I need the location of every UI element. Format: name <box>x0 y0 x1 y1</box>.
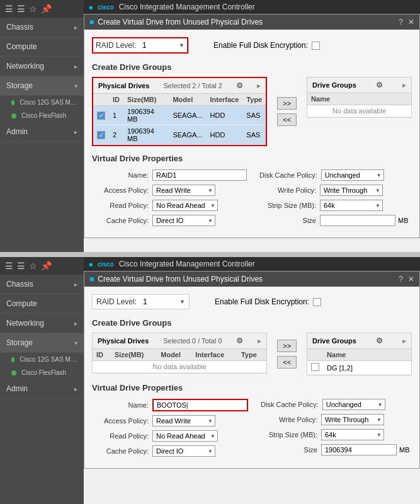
sidebar-item-storage[interactable]: Storage ▾ <box>0 76 84 96</box>
drive-groups-gear-icon-2[interactable]: ⚙ <box>376 336 383 345</box>
raid-arrow-icon: ▼ <box>179 42 184 49</box>
table-row[interactable]: ✓ 1 1906394 MB SEAGA... HDD SAS <box>93 106 266 125</box>
cisco-logo-2: cisco <box>98 261 114 268</box>
vd-access-select[interactable]: Read Write Read Only <box>152 185 215 196</box>
vd-write-select-2[interactable]: Write Through Write Back <box>321 414 384 425</box>
vd-name-label-2: Name: <box>92 401 149 409</box>
vd-strip-select[interactable]: 64k 128k 256k <box>320 200 383 211</box>
pin-icon[interactable]: 📌 <box>41 4 52 14</box>
sidebar-item-networking-2[interactable]: Networking ▸ <box>0 314 84 333</box>
sidebar-item-chassis-2[interactable]: Chassis ▸ <box>0 275 84 294</box>
dg-checkbox-1[interactable] <box>311 363 319 371</box>
table-header-row-2: ID Size(MB) Model Interface Type <box>93 349 266 361</box>
sidebar-item-admin-2[interactable]: Admin ▸ <box>0 379 84 399</box>
vd-diskcache-row-2: Disk Cache Policy: Unchanged Enabled Dis… <box>261 399 412 410</box>
list-icon[interactable]: ☰ <box>17 4 25 14</box>
vd-cache-row: Cache Policy: Direct IO Cached IO <box>92 215 247 226</box>
close-button[interactable]: ✕ <box>408 18 414 26</box>
sidebar-subitem-flexflash-2[interactable]: Cisco FlexFlash <box>0 366 84 379</box>
pin-icon[interactable]: 📌 <box>41 261 52 271</box>
vd-write-select[interactable]: Write Through Write Back <box>320 185 383 196</box>
vd-cache-select[interactable]: Direct IO Cached IO <box>152 215 215 226</box>
vd-diskcache-label-2: Disk Cache Policy: <box>261 401 319 408</box>
vd-strip-select-2[interactable]: 64k 128k 256k <box>321 429 384 440</box>
table-row[interactable]: ✓ 2 1906394 MB SEAGA... HDD SAS <box>93 125 266 145</box>
vd-name-input-2[interactable] <box>152 399 248 411</box>
vd-size-input-2[interactable] <box>321 444 397 455</box>
topbar-1: ■ cisco Cisco Integrated Management Cont… <box>84 0 420 14</box>
help-button-2[interactable]: ? <box>399 275 403 284</box>
drive-groups-header: Drive Groups ⚙ ▸ <box>307 77 411 93</box>
vd-diskcache-wrap: Unchanged Enabled Disabled <box>321 169 384 181</box>
vd-access-select-2[interactable]: Read Write Read Only <box>152 415 215 427</box>
physical-drives-gear-icon-2[interactable]: ⚙ <box>236 336 243 345</box>
table-row: No data available <box>93 361 266 373</box>
move-right-button-2[interactable]: >> <box>277 340 297 352</box>
physical-drives-table-2: ID Size(MB) Model Interface Type <box>93 349 266 373</box>
drive-id: 1 <box>109 106 123 125</box>
move-left-button-2[interactable]: << <box>277 356 297 369</box>
menu-icon[interactable]: ☰ <box>5 261 13 271</box>
drive-id: 2 <box>109 125 123 145</box>
dg-name: DG [1,2] <box>323 361 411 375</box>
drive-checkbox-1[interactable]: ✓ <box>97 112 105 120</box>
vd-read-label: Read Policy: <box>92 202 149 209</box>
table-row[interactable]: DG [1,2] <box>307 361 411 375</box>
star-icon[interactable]: ☆ <box>29 261 37 271</box>
vd-size-label-2: Size <box>261 446 317 454</box>
move-right-button[interactable]: >> <box>277 97 297 110</box>
vd-form-2: Name: Access Policy: Read Write Read Onl… <box>92 399 412 461</box>
status-dot <box>11 100 14 105</box>
drive-checkbox-2[interactable]: ✓ <box>97 131 105 139</box>
star-icon[interactable]: ☆ <box>29 4 37 14</box>
vd-name-input[interactable] <box>152 169 247 181</box>
cisco-logo: cisco <box>98 4 114 11</box>
sidebar-item-compute[interactable]: Compute <box>0 37 84 57</box>
vd-diskcache-select[interactable]: Unchanged Enabled Disabled <box>321 169 384 181</box>
vd-size-input[interactable] <box>320 215 395 226</box>
th-dg-name-2: Name <box>323 349 411 361</box>
move-left-button[interactable]: << <box>277 113 297 126</box>
encrypt-checkbox-2[interactable] <box>313 298 321 306</box>
th-dg-name: Name <box>307 93 411 105</box>
close-button-2[interactable]: ✕ <box>408 275 414 284</box>
main-content-2: ■ cisco Cisco Integrated Management Cont… <box>84 257 420 504</box>
th-cb <box>93 94 109 106</box>
vd-left-col: Name: Access Policy: Read Write Read Onl… <box>92 169 247 230</box>
menu-icon[interactable]: ☰ <box>5 4 13 14</box>
sidebar-item-compute-2[interactable]: Compute <box>0 294 84 314</box>
raid-row-1: RAID Level: 1 0 5 6 ▼ Enable Full Disk E… <box>92 37 412 54</box>
list-icon[interactable]: ☰ <box>17 261 25 271</box>
encrypt-checkbox[interactable] <box>312 42 320 50</box>
sidebar-header-1: ☰ ☰ ☆ 📌 <box>0 0 84 18</box>
sidebar-item-chassis[interactable]: Chassis ▸ <box>0 18 84 37</box>
chevron-icon: ▾ <box>74 83 77 89</box>
vd-right-col: Disk Cache Policy: Unchanged Enabled Dis… <box>259 169 412 230</box>
vd-read-wrap: No Read Ahead Read Ahead <box>152 200 218 211</box>
raid-select-2[interactable]: 1 0 5 <box>140 296 178 307</box>
vd-cache-select-2[interactable]: Direct IO Cached IO <box>152 445 215 457</box>
help-button[interactable]: ? <box>399 18 403 26</box>
physical-drives-gear-icon[interactable]: ⚙ <box>236 81 243 90</box>
drive-type: SAS <box>242 106 266 125</box>
sidebar-subitem-sas[interactable]: Cisco 12G SAS Modular Raid... <box>0 96 84 109</box>
th-type-2: Type <box>237 349 266 361</box>
vd-diskcache-select-2[interactable]: Unchanged Enabled Disabled <box>322 399 385 410</box>
sidebar-item-networking[interactable]: Networking ▸ <box>0 57 84 76</box>
main-content-1: ■ cisco Cisco Integrated Management Cont… <box>84 0 420 252</box>
sidebar-subitem-sas-2[interactable]: Cisco 12G SAS Modular Raid... <box>0 353 84 366</box>
drive-size: 1906394 MB <box>123 125 169 145</box>
sidebar-subitem-flexflash[interactable]: Cisco FlexFlash <box>0 109 84 122</box>
window-content-1: RAID Level: 1 0 5 6 ▼ Enable Full Disk E… <box>84 30 419 238</box>
sidebar-item-admin[interactable]: Admin ▸ <box>0 122 84 142</box>
raid-arrow-icon-2: ▼ <box>179 299 185 305</box>
vd-read-select-2[interactable]: No Read Ahead Read Ahead <box>152 430 218 442</box>
vd-read-select[interactable]: No Read Ahead Read Ahead <box>152 200 218 211</box>
drive-type: SAS <box>242 125 266 145</box>
vd-read-row-2: Read Policy: No Read Ahead Read Ahead <box>92 430 248 442</box>
drive-groups-gear-icon[interactable]: ⚙ <box>376 81 383 89</box>
encrypt-label: Enable Full Disk Encryption: <box>213 41 308 50</box>
sidebar-item-storage-2[interactable]: Storage ▾ <box>0 333 84 353</box>
raid-select[interactable]: 1 0 5 6 <box>140 40 178 51</box>
section-create-title-2: Create Drive Groups <box>92 318 412 328</box>
